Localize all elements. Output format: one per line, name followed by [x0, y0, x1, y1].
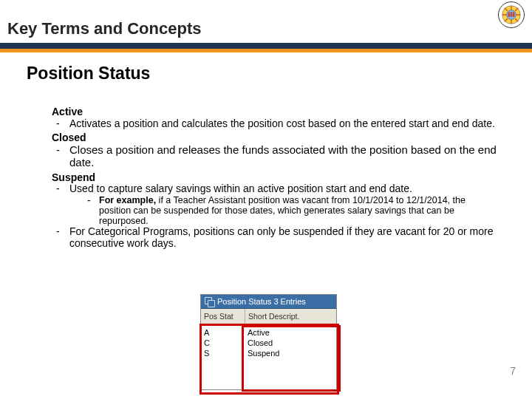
- active-desc: Activates a position and calculates the …: [69, 118, 497, 130]
- svg-point-11: [513, 12, 515, 14]
- suspend-b2: For Categorical Programs, positions can …: [69, 226, 497, 249]
- bullet-dash: -: [56, 118, 69, 130]
- section-title: Key Terms and Concepts: [7, 19, 201, 38]
- example-label: For example,: [99, 195, 156, 205]
- svg-point-10: [508, 12, 510, 14]
- svg-rect-13: [508, 14, 510, 17]
- rule-navy: [0, 43, 532, 49]
- org-logo: [498, 1, 525, 28]
- callout-box-inner: [242, 325, 341, 392]
- svg-point-12: [511, 12, 513, 14]
- bullet-dash: -: [56, 226, 69, 249]
- term-closed: Closed: [52, 132, 497, 144]
- term-active: Active: [52, 106, 497, 118]
- body-text: Active - Activates a position and calcul…: [52, 103, 497, 249]
- page-number: 7: [510, 365, 516, 377]
- table-header: Pos Stat Short Descript.: [201, 309, 336, 324]
- svg-rect-15: [511, 14, 512, 17]
- slide-heading: Position Status: [27, 64, 150, 83]
- bullet-dash: -: [87, 195, 99, 226]
- window-titlebar: Position Status 3 Entries: [201, 295, 336, 309]
- window-title: Position Status 3 Entries: [217, 295, 306, 308]
- svg-rect-14: [513, 14, 514, 17]
- bullet-dash: -: [56, 144, 69, 169]
- bullet-dash: -: [56, 183, 69, 195]
- col-short-desc: Short Descript.: [245, 309, 336, 324]
- suspend-example: For example, if a Teacher Assistant posi…: [99, 195, 497, 226]
- term-suspend: Suspend: [52, 172, 497, 184]
- window-icon: [204, 296, 214, 307]
- col-pos-stat: Pos Stat: [201, 309, 245, 324]
- closed-desc: Closes a position and releases the funds…: [69, 144, 497, 169]
- rule-orange: [0, 49, 532, 52]
- suspend-b1: Used to capture salary savings within an…: [69, 183, 497, 195]
